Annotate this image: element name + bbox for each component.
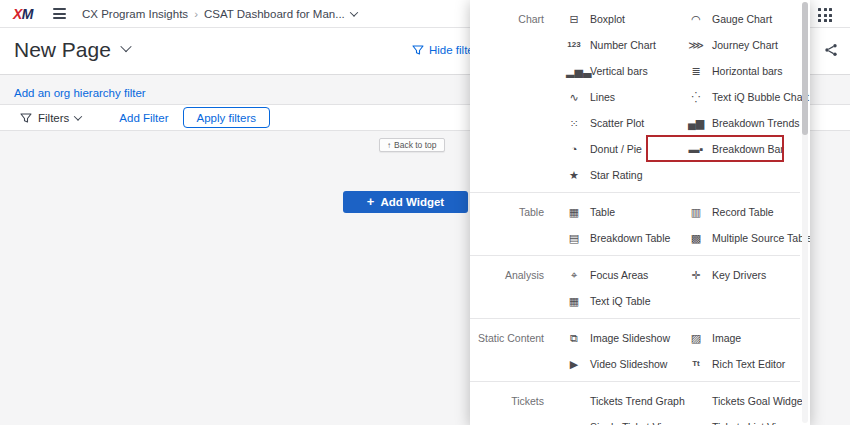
widget-item-video-slideshow[interactable]: ▶Video Slideshow	[558, 351, 680, 377]
widget-item-image[interactable]: ▨Image	[680, 325, 802, 351]
breadcrumb-current[interactable]: CSAT Dashboard for Man...	[204, 8, 345, 20]
widget-item-lines[interactable]: ∿Lines	[558, 84, 680, 110]
widget-menu-scrollbar[interactable]	[802, 2, 808, 423]
menu-section-tickets: TicketsTickets Trend GraphSingle Ticket …	[470, 382, 800, 425]
app-launcher-icon[interactable]	[818, 8, 832, 22]
widget-item-horizontal-bars[interactable]: ≣Horizontal bars	[680, 58, 802, 84]
filters-toggle[interactable]: Filters	[20, 112, 81, 124]
section-items: ⧉Image Slideshow▶Video Slideshow▨ImageTt…	[558, 325, 802, 377]
hamburger-menu-icon[interactable]	[53, 8, 66, 19]
vertical-bars-icon: ▂▅▃	[566, 66, 582, 77]
widget-item-tickets-trend-graph[interactable]: Tickets Trend Graph	[558, 388, 680, 414]
multiple-source-table-icon: ▩	[688, 233, 704, 244]
horizontal-bars-icon: ≣	[688, 66, 704, 77]
breadcrumb-separator: ›	[194, 8, 198, 20]
apply-filters-button[interactable]: Apply filters	[183, 107, 270, 128]
widget-item-label: Vertical bars	[590, 65, 648, 77]
widget-item-scatter-plot[interactable]: ⁙Scatter Plot	[558, 110, 680, 136]
chevron-down-icon[interactable]	[350, 8, 358, 16]
menu-column: ⧉Image Slideshow▶Video Slideshow	[558, 325, 680, 377]
widget-item-text-iq-bubble-chart[interactable]: ⁛Text iQ Bubble Chart	[680, 84, 802, 110]
widget-item-number-chart[interactable]: 123Number Chart	[558, 32, 680, 58]
menu-column: Tickets Trend GraphSingle Ticket Viewer	[558, 388, 680, 425]
image-icon: ▨	[688, 333, 704, 344]
add-widget-button[interactable]: + Add Widget	[343, 191, 468, 213]
widget-item-label: Number Chart	[590, 39, 656, 51]
widget-item-label: Star Rating	[590, 169, 643, 181]
breakdown-table-icon: ▤	[566, 233, 582, 244]
widget-item-focus-areas[interactable]: ⌖Focus Areas	[558, 262, 680, 288]
widget-item-multiple-source-table[interactable]: ▩Multiple Source Table	[680, 225, 802, 251]
gauge-chart-icon: ◠	[688, 14, 704, 25]
breadcrumb-root[interactable]: CX Program Insights	[82, 8, 188, 20]
video-slideshow-icon: ▶	[566, 359, 582, 370]
widget-item-donut-pie[interactable]: ◔Donut / Pie	[558, 136, 680, 162]
widget-item-label: Record Table	[712, 206, 774, 218]
widget-item-label: Journey Chart	[712, 39, 778, 51]
widget-item-label: Gauge Chart	[712, 13, 772, 25]
widget-item-gauge-chart[interactable]: ◠Gauge Chart	[680, 6, 802, 32]
widget-item-label: Image	[712, 332, 741, 344]
widget-item-image-slideshow[interactable]: ⧉Image Slideshow	[558, 325, 680, 351]
back-to-top-button[interactable]: ↑ Back to top	[379, 138, 445, 152]
widget-item-label: Image Slideshow	[590, 332, 670, 344]
xm-logo[interactable]: XM	[13, 6, 33, 22]
widget-item-boxplot[interactable]: ⊟Boxplot	[558, 6, 680, 32]
widget-item-breakdown-trends[interactable]: ▄▆Breakdown Trends	[680, 110, 802, 136]
widget-item-tickets-goal-widget[interactable]: Tickets Goal Widget	[680, 388, 802, 414]
widget-item-rich-text-editor[interactable]: TtRich Text Editor	[680, 351, 802, 377]
widget-item-tickets-list-viewer[interactable]: Tickets List Viewer	[680, 414, 802, 425]
page-title: New Page	[14, 38, 130, 62]
section-label: Table	[470, 199, 558, 251]
filter-funnel-icon	[412, 44, 424, 56]
widget-item-label: Breakdown Trends	[712, 117, 800, 129]
section-label: Chart	[470, 6, 558, 188]
filters-label: Filters	[38, 112, 69, 124]
menu-column: ▨ImageTtRich Text Editor	[680, 325, 802, 377]
menu-section-analysis: Analysis⌖Focus Areas▦Text iQ Table✛Key D…	[470, 256, 800, 319]
up-arrow-icon: ↑	[387, 141, 391, 150]
widget-item-single-ticket-viewer[interactable]: Single Ticket Viewer	[558, 414, 680, 425]
boxplot-icon: ⊟	[566, 14, 582, 25]
scrollbar-thumb[interactable]	[802, 2, 808, 135]
add-org-hierarchy-filter-link[interactable]: Add an org hierarchy filter	[14, 87, 146, 99]
widget-item-label: Tickets Trend Graph	[590, 395, 685, 407]
lines-icon: ∿	[566, 92, 582, 103]
widget-item-breakdown-bar[interactable]: ▬▪Breakdown Bar	[680, 136, 802, 162]
menu-column: ⌖Focus Areas▦Text iQ Table	[558, 262, 680, 314]
section-label: Analysis	[470, 262, 558, 314]
widget-item-star-rating[interactable]: ★Star Rating	[558, 162, 680, 188]
dashboard-page: XM CX Program Insights › CSAT Dashboard …	[0, 0, 850, 425]
widget-item-table[interactable]: ▦Table	[558, 199, 680, 225]
menu-column: ⊟Boxplot123Number Chart▂▅▃Vertical bars∿…	[558, 6, 680, 188]
xm-logo-m: M	[22, 6, 33, 22]
widget-item-label: Multiple Source Table	[712, 232, 810, 244]
widget-item-record-table[interactable]: ▥Record Table	[680, 199, 802, 225]
hide-filters-button[interactable]: Hide filter	[412, 44, 478, 56]
widget-item-label: Scatter Plot	[590, 117, 644, 129]
widget-item-key-drivers[interactable]: ✛Key Drivers	[680, 262, 802, 288]
menu-section-chart: Chart⊟Boxplot123Number Chart▂▅▃Vertical …	[470, 0, 800, 193]
widget-item-label: Video Slideshow	[590, 358, 667, 370]
page-title-chevron-icon[interactable]	[120, 41, 131, 52]
widget-item-text-iq-table[interactable]: ▦Text iQ Table	[558, 288, 680, 314]
number-chart-icon: 123	[566, 41, 582, 49]
widget-menu-sections: Chart⊟Boxplot123Number Chart▂▅▃Vertical …	[470, 0, 800, 425]
widget-item-label: Breakdown Table	[590, 232, 670, 244]
breakdown-trends-icon: ▄▆	[688, 118, 704, 129]
share-icon[interactable]	[824, 43, 838, 57]
add-filter-link[interactable]: Add Filter	[119, 112, 168, 124]
widget-item-journey-chart[interactable]: ⋙Journey Chart	[680, 32, 802, 58]
section-items: ▦Table▤Breakdown Table▥Record Table▩Mult…	[558, 199, 802, 251]
breadcrumb: CX Program Insights › CSAT Dashboard for…	[82, 8, 357, 20]
widget-item-vertical-bars[interactable]: ▂▅▃Vertical bars	[558, 58, 680, 84]
star-rating-icon: ★	[566, 170, 582, 181]
scatter-plot-icon: ⁙	[566, 118, 582, 129]
widget-item-label: Focus Areas	[590, 269, 648, 281]
widget-item-label: Text iQ Table	[590, 295, 651, 307]
widget-item-label: Horizontal bars	[712, 65, 783, 77]
widget-item-breakdown-table[interactable]: ▤Breakdown Table	[558, 225, 680, 251]
menu-column: ▥Record Table▩Multiple Source Table	[680, 199, 802, 251]
section-items: ⌖Focus Areas▦Text iQ Table✛Key Drivers	[558, 262, 802, 314]
widget-item-label: Text iQ Bubble Chart	[712, 91, 809, 103]
